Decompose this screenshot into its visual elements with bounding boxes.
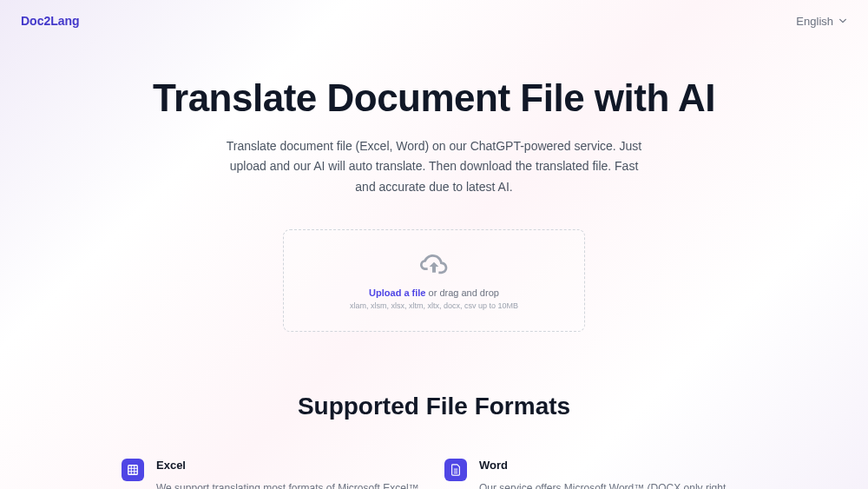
hero-section: Translate Document File with AI Translat…: [130, 42, 738, 349]
word-file-icon: [444, 459, 467, 481]
hero-title: Translate Document File with AI: [148, 76, 720, 121]
logo-link[interactable]: Doc2Lang: [21, 14, 80, 28]
format-content: Excel We support translating most format…: [156, 459, 424, 489]
language-label: English: [796, 15, 833, 28]
formats-title: Supported File Formats: [122, 393, 746, 420]
upload-hint: xlam, xlsm, xlsx, xltm, xltx, docx, csv …: [301, 301, 567, 310]
excel-file-icon: [122, 459, 144, 481]
cloud-upload-icon: [301, 254, 567, 279]
svg-rect-0: [128, 466, 138, 475]
format-content: Word Our service offers Microsoft Word™ …: [479, 459, 746, 489]
formats-section: Supported File Formats Excel We support …: [104, 393, 764, 489]
upload-dropzone[interactable]: Upload a file or drag and drop xlam, xls…: [283, 229, 585, 332]
upload-text: Upload a file or drag and drop: [301, 287, 567, 298]
format-description: We support translating most formats of M…: [156, 480, 424, 489]
chevron-down-icon: [838, 17, 847, 25]
format-card-word: Word Our service offers Microsoft Word™ …: [444, 459, 746, 489]
format-name: Word: [479, 459, 746, 472]
upload-link-text: Upload a file: [369, 287, 425, 298]
upload-suffix-text: or drag and drop: [426, 287, 499, 298]
language-selector[interactable]: English: [796, 15, 847, 28]
header: Doc2Lang English: [0, 0, 868, 42]
format-description: Our service offers Microsoft Word™ (DOCX…: [479, 480, 746, 489]
formats-grid: Excel We support translating most format…: [122, 459, 746, 489]
format-name: Excel: [156, 459, 424, 472]
format-card-excel: Excel We support translating most format…: [122, 459, 424, 489]
hero-subtitle: Translate document file (Excel, Word) on…: [226, 136, 642, 198]
